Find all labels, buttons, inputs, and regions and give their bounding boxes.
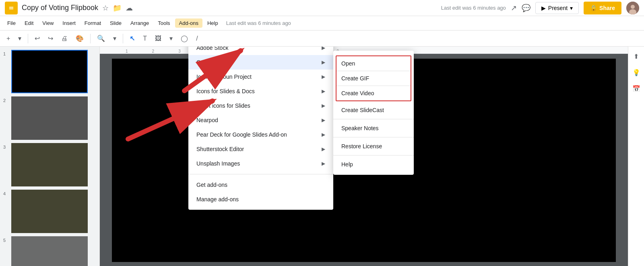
toolbar-text[interactable]: T bbox=[140, 33, 150, 44]
sidebar-calendar-icon[interactable]: 📅 bbox=[630, 82, 643, 95]
menu-shutterstock[interactable]: Shutterstock Editor ▶ bbox=[188, 142, 333, 156]
slide-thumb-3: 3 bbox=[3, 143, 96, 186]
menu-get-addons[interactable]: Get add-ons bbox=[188, 178, 333, 192]
slide-image-1[interactable] bbox=[11, 50, 88, 93]
sidebar-trending-icon[interactable]: 💡 bbox=[630, 66, 643, 79]
creator-studio-submenu: Open Create GIF Create Video Create Slid… bbox=[333, 51, 414, 175]
submenu-create-gif[interactable]: Create GIF bbox=[336, 71, 411, 86]
title-right: Last edit was 6 minutes ago ↗ 💬 ▶ Presen… bbox=[441, 2, 639, 14]
menu-format[interactable]: Format bbox=[80, 18, 105, 28]
canvas-area: 1 2 3 4 5 6 7 8 9 Document add-ons Adobe… bbox=[100, 47, 628, 266]
menu-help[interactable]: Help bbox=[203, 18, 222, 28]
adobe-stock-arrow: ▶ bbox=[322, 47, 325, 51]
menu-tools[interactable]: Tools bbox=[154, 18, 174, 28]
slide-thumb-5: 5 bbox=[3, 236, 96, 266]
present-label: Present bbox=[548, 5, 568, 11]
comment-icon[interactable]: 💬 bbox=[522, 4, 530, 12]
cloud-icon[interactable]: ☁ bbox=[126, 4, 133, 12]
menu-file[interactable]: File bbox=[3, 18, 20, 28]
title-icons: ☆ 📁 ☁ bbox=[102, 4, 133, 12]
folder-icon[interactable]: 📁 bbox=[113, 4, 122, 12]
menu-view[interactable]: View bbox=[38, 18, 58, 28]
avatar bbox=[626, 2, 639, 14]
present-dropdown-arrow: ▾ bbox=[570, 5, 573, 11]
submenu-open[interactable]: Open bbox=[336, 56, 411, 71]
svg-rect-1 bbox=[9, 7, 13, 8]
icons-slides-docs-label: Icons for Slides & Docs bbox=[196, 88, 255, 94]
pear-deck-label: Pear Deck for Google Slides Add-on bbox=[196, 131, 287, 138]
insert-icons-slides-label: Insert icons for Slides bbox=[196, 102, 250, 109]
menu-bar: File Edit View Insert Format Slide Arran… bbox=[0, 16, 644, 31]
manage-addons-label: Manage add-ons bbox=[196, 196, 239, 203]
menu-icons-noun-project[interactable]: Icons by Noun Project ▶ bbox=[188, 70, 333, 84]
toolbar-shape[interactable]: ◯ bbox=[178, 33, 191, 44]
creator-studio-label: Creator Studio bbox=[196, 59, 233, 65]
menu-slide[interactable]: Slide bbox=[106, 18, 126, 28]
submenu-help[interactable]: Help bbox=[333, 157, 414, 172]
submenu-create-video[interactable]: Create Video bbox=[336, 86, 411, 100]
unsplash-label: Unsplash Images bbox=[196, 160, 240, 167]
icons-noun-project-label: Icons by Noun Project bbox=[196, 74, 252, 80]
toolbar-undo[interactable]: ↩ bbox=[31, 33, 43, 44]
toolbar-dropdown[interactable]: ▾ bbox=[15, 33, 25, 44]
toolbar-zoom-dropdown[interactable]: ▾ bbox=[110, 33, 120, 44]
menu-manage-addons[interactable]: Manage add-ons bbox=[188, 192, 333, 207]
present-icon: ▶ bbox=[541, 5, 546, 11]
svg-rect-2 bbox=[9, 8, 13, 9]
submenu-restore-license[interactable]: Restore License bbox=[333, 139, 414, 153]
toolbar-add[interactable]: + bbox=[3, 33, 13, 44]
present-button[interactable]: ▶ Present ▾ bbox=[535, 2, 579, 14]
toolbar-image-dropdown[interactable]: ▾ bbox=[166, 33, 176, 44]
menu-insert[interactable]: Insert bbox=[58, 18, 80, 28]
trending-icon: ↗ bbox=[511, 4, 517, 12]
menu-arrange[interactable]: Arrange bbox=[126, 18, 153, 28]
last-edit: Last edit was 6 minutes ago bbox=[441, 5, 506, 11]
menu-edit[interactable]: Edit bbox=[21, 18, 37, 28]
nearpod-label: Nearpod bbox=[196, 117, 218, 123]
toolbar-line[interactable]: / bbox=[193, 33, 201, 44]
menu-insert-icons-slides[interactable]: Insert icons for Slides ▶ bbox=[188, 98, 333, 113]
sidebar-collapse-icon[interactable]: ⬆ bbox=[630, 50, 643, 63]
toolbar-divider-1 bbox=[28, 34, 28, 43]
star-icon[interactable]: ☆ bbox=[102, 4, 109, 12]
slide-num-2: 2 bbox=[3, 96, 9, 103]
toolbar-divider-3 bbox=[123, 34, 123, 43]
slide-num-4: 4 bbox=[3, 190, 9, 196]
toolbar-paintformat[interactable]: 🎨 bbox=[72, 33, 87, 44]
menu-unsplash[interactable]: Unsplash Images ▶ bbox=[188, 156, 333, 171]
toolbar-zoom[interactable]: 🔍 bbox=[94, 33, 108, 44]
icons-slides-docs-arrow: ▶ bbox=[322, 88, 325, 94]
toolbar-print[interactable]: 🖨 bbox=[58, 33, 71, 44]
slide-thumb-4: 4 bbox=[3, 190, 96, 233]
submenu-create-slidecast[interactable]: Create SlideCast bbox=[333, 103, 414, 117]
menu-creator-studio[interactable]: Creator Studio ▶ bbox=[188, 55, 333, 70]
slide-thumb-1: 1 bbox=[3, 50, 96, 93]
menu-adobe-stock[interactable]: Adobe Stock ▶ bbox=[188, 47, 333, 55]
adobe-stock-label: Adobe Stock bbox=[196, 47, 228, 51]
pear-deck-arrow: ▶ bbox=[322, 132, 325, 137]
lock-icon: 🔒 bbox=[590, 5, 597, 11]
title-bar: Copy of Voting Flipbook ☆ 📁 ☁ Last edit … bbox=[0, 0, 644, 16]
toolbar-image[interactable]: 🖼 bbox=[152, 33, 165, 44]
menu-pear-deck[interactable]: Pear Deck for Google Slides Add-on ▶ bbox=[188, 127, 333, 142]
menu-addons[interactable]: Add-ons bbox=[175, 18, 202, 28]
slide-num-3: 3 bbox=[3, 143, 9, 149]
nearpod-arrow: ▶ bbox=[322, 117, 325, 123]
slide-image-4[interactable] bbox=[11, 190, 88, 233]
icons-noun-arrow: ▶ bbox=[322, 74, 325, 80]
app-icon bbox=[5, 2, 18, 14]
get-addons-label: Get add-ons bbox=[196, 182, 227, 188]
unsplash-arrow: ▶ bbox=[322, 161, 325, 166]
submenu-speaker-notes[interactable]: Speaker Notes bbox=[333, 121, 414, 135]
slide-image-3[interactable] bbox=[11, 143, 88, 186]
menu-nearpod[interactable]: Nearpod ▶ bbox=[188, 113, 333, 127]
share-button[interactable]: 🔒 Share bbox=[584, 2, 621, 14]
slide-image-5[interactable] bbox=[11, 236, 88, 266]
share-label: Share bbox=[599, 5, 615, 11]
toolbar-redo[interactable]: ↪ bbox=[45, 33, 56, 44]
toolbar-select[interactable]: ↖ bbox=[126, 33, 138, 44]
menu-icons-slides-docs[interactable]: Icons for Slides & Docs ▶ bbox=[188, 84, 333, 98]
slide-thumb-2: 2 bbox=[3, 96, 96, 140]
slide-image-2[interactable] bbox=[11, 96, 88, 140]
shutterstock-label: Shutterstock Editor bbox=[196, 146, 244, 152]
